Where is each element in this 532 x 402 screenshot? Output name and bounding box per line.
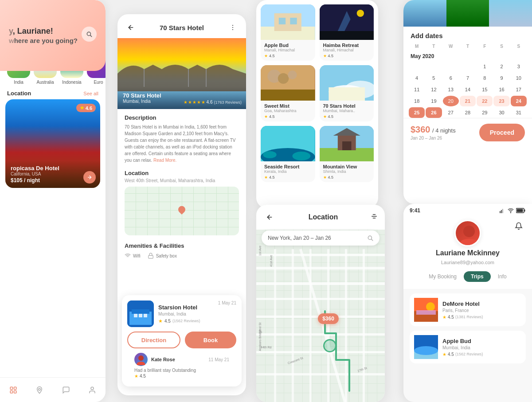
nav-map[interactable] [32,383,47,397]
svg-rect-19 [132,309,149,314]
cal-day-9[interactable]: 9 [493,73,509,83]
nav-messages[interactable] [59,383,73,397]
cal-day-16[interactable]: 16 [493,84,509,95]
booking-apple-bud[interactable]: Apple Bud Mumbai, India ★ 4.5 (1562 Revi… [410,331,526,363]
cal-day-10[interactable]: 10 [511,73,527,83]
cal-day-8[interactable]: 8 [477,73,493,83]
haimba-rating: ★ 4.5 [323,54,371,58]
map-back-button[interactable] [263,211,276,223]
calendar-footer: $360 / 4 nights Jan 20 – Jan 26 Proceed [403,118,532,147]
demore-reviews: (1381 Reviews) [455,315,483,319]
cal-nights: / 4 nights [432,127,456,134]
price-display: $360 / 4 nights [411,125,456,135]
booking-demore-hotel[interactable]: DeMore Hotel Paris, France ★ 4.5 (1381 R… [410,293,526,326]
featured-location: California, USA [11,172,95,176]
hotel-hero-rating: ★★★★★ 4.6 (1763 Reviews) [184,100,242,105]
cal-day-21[interactable]: 21 [460,96,476,106]
cal-day-24[interactable]: 24 [511,96,527,106]
direction-button[interactable]: Direction [127,332,180,348]
sweet-mist-location: Goa, Maharashtra [264,109,312,113]
hotel-card-haimba[interactable]: Haimba Retreat Manali, Himachal ★ 4.5 [320,4,374,61]
cal-day-22[interactable]: 22 [477,96,493,106]
see-all-button[interactable]: See all [83,91,98,96]
hotel-card-sweet-mist[interactable]: Sweet Mist Goa, Maharashtra ★ 4.5 [261,65,315,121]
cal-day-30[interactable]: 30 [493,107,509,118]
apple-bud-profile-info: Apple Bud Mumbai, India ★ 4.5 (1562 Revi… [442,338,521,357]
calendar-grid: 1 2 3 4 5 6 7 8 9 10 11 12 13 14 15 16 1… [403,61,532,118]
svg-rect-20 [134,314,137,317]
map-filter-icon[interactable] [371,213,378,222]
cal-day-14[interactable]: 14 [460,84,476,95]
hotel-card-70-stars[interactable]: 70 Stars Hotel Mumbai, Mahara.. ★ 4.5 [320,65,374,121]
cal-day-12[interactable]: 12 [426,84,442,95]
starsion-thumbnail [127,301,154,327]
back-button[interactable] [125,21,137,34]
hotel6-rating: ★ 4.5 [323,175,371,180]
nav-profile[interactable] [85,383,99,397]
hero-reviews: (1763 Reviews) [214,100,242,105]
hotel-card-6[interactable]: Mountain View Shimla, India ★ 4.5 [320,126,374,182]
tab-info[interactable]: Info [494,272,510,281]
cal-day-29[interactable]: 29 [477,107,493,118]
featured-rating: 4.6 [86,105,92,111]
cal-day-31[interactable]: 31 [511,107,527,118]
hotel5-rating: ★ 4.5 [264,175,312,180]
cal-empty-2 [426,61,442,72]
demore-info: DeMore Hotel Paris, France ★ 4.5 (1381 R… [442,301,521,320]
search-button[interactable] [82,27,97,42]
read-more-link[interactable]: Read More. [153,158,176,163]
starsion-reviews: (1562 Reviews) [172,319,200,323]
cal-day-19[interactable]: 19 [426,96,442,106]
amenity-wifi: Wifi [125,253,141,259]
svg-rect-63 [327,249,329,402]
starsion-rating: ★ 4.5 (1562 Reviews) [158,318,214,324]
cal-day-1[interactable]: 1 [477,61,493,72]
tab-trips[interactable]: Trips [464,271,491,282]
cal-day-3[interactable]: 3 [511,61,527,72]
cal-date-range: Jan 20 – Jan 26 [411,136,456,141]
weekday-m: M [409,42,425,51]
cal-day-4[interactable]: 4 [409,73,425,83]
apple-bud-profile-rating-num: 4.5 [448,352,454,357]
featured-hotel-card[interactable]: ★ 4.6 ropicasa De Hotel California, USA … [5,99,100,188]
map-header: Location [256,205,385,230]
starsion-rating-num: 4.5 [164,319,171,324]
cal-day-18[interactable]: 18 [409,96,425,106]
cal-day-7[interactable]: 7 [460,73,476,83]
cal-day-15[interactable]: 15 [477,84,493,95]
apple-bud-profile-reviews: (1562 Reviews) [455,352,483,356]
cal-day-13[interactable]: 13 [443,84,459,95]
cal-day-5[interactable]: 5 [426,73,442,83]
book-button[interactable]: Book [185,332,236,348]
cal-day-20[interactable]: 20 [443,96,459,106]
cal-day-28[interactable]: 28 [460,107,476,118]
map-search-bar[interactable]: New York, Jan 20 – Jan 26 [262,230,379,246]
nav-home[interactable] [6,383,20,397]
hotel-map-preview[interactable] [125,187,239,235]
svg-point-33 [356,10,364,17]
hotel6-info: Mountain View Shimla, India ★ 4.5 [320,161,374,182]
svg-point-46 [292,152,310,160]
sweet-mist-name: Sweet Mist [264,103,312,109]
proceed-button[interactable]: Proceed [479,124,525,141]
tab-my-booking[interactable]: My Booking [425,272,460,281]
svg-rect-78 [524,210,525,212]
cal-day-6[interactable]: 6 [443,73,459,83]
svg-rect-6 [14,390,16,393]
featured-arrow-button[interactable] [83,171,96,183]
hotel-card-5[interactable]: Seaside Resort Kerala, India ★ 4.5 [261,126,315,182]
cal-day-25[interactable]: 25 [409,107,425,118]
cal-day-11[interactable]: 11 [409,84,425,95]
greeting-block: y, Lauriane! where are you going? [9,27,78,44]
cal-day-27[interactable]: 27 [443,107,459,118]
cal-day-17[interactable]: 17 [511,84,527,95]
hotel-card-apple-bud[interactable]: Apple Bud Manali, Himachal ★ 4.5 [261,4,315,61]
cal-day-26[interactable]: 26 [426,107,442,118]
svg-point-8 [91,387,94,390]
weekday-t1: T [426,42,442,51]
cal-day-23[interactable]: 23 [493,96,509,106]
more-options-button[interactable] [227,21,239,34]
weekday-w: W [443,42,459,51]
notification-bell-icon[interactable] [512,220,525,232]
cal-day-2[interactable]: 2 [493,61,509,72]
